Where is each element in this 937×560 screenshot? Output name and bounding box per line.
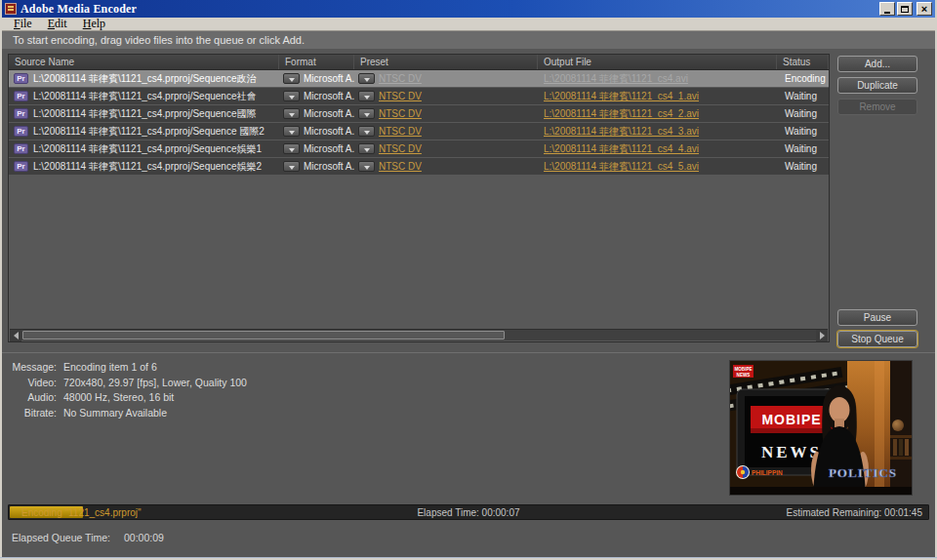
column-header-output-file[interactable]: Output File (538, 55, 777, 69)
window-border-left (0, 0, 2, 560)
status-value: Waiting (785, 143, 817, 154)
window-title: Adobe Media Encoder (20, 2, 137, 17)
premiere-file-icon: Pr (14, 73, 28, 84)
status-cell: Waiting (777, 105, 829, 122)
preset-dropdown[interactable] (358, 143, 375, 154)
output-file-link[interactable]: L:\20081114 菲律賓\1121_cs4_4.avi (544, 142, 699, 156)
format-dropdown[interactable] (283, 161, 300, 172)
pause-button[interactable]: Pause (837, 309, 917, 326)
encoding-details: Message: Encoding item 1 of 6 Video: 720… (10, 360, 429, 420)
output-file-link[interactable]: L:\20081114 菲律賓\1121_cs4_5.avi (544, 160, 699, 174)
preset-dropdown[interactable] (358, 73, 375, 84)
source-cell: Pr L:\20081114 菲律賓\1121_cs4.prproj/Seque… (9, 70, 279, 87)
preset-link[interactable]: NTSC DV (379, 126, 422, 137)
preset-dropdown[interactable] (358, 108, 375, 119)
preset-link[interactable]: NTSC DV (379, 91, 422, 101)
format-dropdown[interactable] (283, 108, 300, 119)
premiere-file-icon: Pr (14, 108, 28, 119)
preset-dropdown[interactable] (358, 91, 375, 101)
queue-row[interactable]: Pr L:\20081114 菲律賓\1121_cs4.prproj/Seque… (9, 70, 829, 87)
duplicate-button[interactable]: Duplicate (837, 77, 917, 94)
status-cell: Encoding (777, 70, 829, 87)
preset-link[interactable]: NTSC DV (379, 73, 422, 84)
video-label: Video: (10, 376, 57, 391)
output-file-link[interactable]: L:\20081114 菲律賓\1121_cs4_1.avi (544, 90, 699, 103)
queue-rows: Pr L:\20081114 菲律賓\1121_cs4.prproj/Seque… (9, 70, 829, 175)
format-dropdown[interactable] (283, 143, 300, 154)
status-cell: Waiting (777, 140, 829, 157)
queue-row[interactable]: Pr L:\20081114 菲律賓\1121_cs4.prproj/Seque… (9, 140, 829, 157)
channel-badge: MOBIPE NEWS (733, 365, 754, 378)
preset-dropdown[interactable] (358, 161, 375, 172)
format-value: Microsoft A... (304, 73, 354, 84)
format-dropdown[interactable] (283, 91, 300, 101)
premiere-file-icon: Pr (14, 161, 28, 172)
preset-cell: NTSC DV (354, 88, 538, 104)
stop-queue-button[interactable]: Stop Queue (837, 331, 917, 347)
column-header-format[interactable]: Format (279, 55, 354, 69)
queue-row[interactable]: Pr L:\20081114 菲律賓\1121_cs4.prproj/Seque… (9, 105, 829, 122)
output-cell: L:\20081114 菲律賓\1121_cs4.avi (538, 70, 777, 87)
column-header-status[interactable]: Status (777, 55, 829, 69)
preset-link[interactable]: NTSC DV (379, 161, 422, 172)
premiere-file-icon: Pr (14, 143, 28, 154)
elapsed-queue-time: Elapsed Queue Time:00:00:09 (12, 532, 164, 543)
output-file-link[interactable]: L:\20081114 菲律賓\1121_cs4.avi (544, 72, 688, 86)
status-value: Waiting (785, 108, 817, 119)
format-cell: Microsoft A... (279, 88, 354, 104)
menu-edit[interactable]: Edit (40, 17, 75, 31)
audio-label: Audio: (10, 390, 57, 406)
title-bar[interactable]: Adobe Media Encoder × (2, 0, 935, 18)
maximize-button[interactable] (897, 2, 913, 16)
scroll-right-icon (820, 332, 825, 340)
premiere-file-icon: Pr (14, 91, 28, 101)
source-cell: Pr L:\20081114 菲律賓\1121_cs4.prproj/Seque… (9, 123, 279, 140)
queue-row[interactable]: Pr L:\20081114 菲律賓\1121_cs4.prproj/Seque… (9, 88, 829, 104)
source-cell: Pr L:\20081114 菲律賓\1121_cs4.prproj/Seque… (9, 158, 279, 175)
menu-help[interactable]: Help (75, 17, 113, 31)
encoding-progress-bar: Encoding "1121_cs4.prproj" Elapsed Time:… (8, 504, 929, 520)
format-cell: Microsoft A... (279, 140, 354, 157)
remove-button: Remove (837, 99, 917, 115)
column-header-preset[interactable]: Preset (354, 55, 538, 69)
preset-link[interactable]: NTSC DV (379, 108, 422, 119)
status-value: Waiting (785, 161, 817, 172)
scrollbar-thumb[interactable] (22, 331, 505, 340)
queue-row[interactable]: Pr L:\20081114 菲律賓\1121_cs4.prproj/Seque… (9, 123, 829, 140)
elapsed-queue-time-label: Elapsed Queue Time: (12, 532, 110, 543)
horizontal-scrollbar[interactable] (10, 329, 828, 340)
minimize-button[interactable] (879, 2, 895, 16)
video-preview: MOBIPE NEWS MOBIPE NEWS (729, 360, 913, 496)
add-button[interactable]: Add... (837, 56, 917, 72)
globe-prop (892, 420, 904, 431)
source-path: L:\20081114 菲律賓\1121_cs4.prproj/Sequence… (33, 72, 256, 86)
badge-line1: MOBIPE (734, 367, 752, 372)
output-file-link[interactable]: L:\20081114 菲律賓\1121_cs4_3.avi (544, 125, 699, 139)
preset-cell: NTSC DV (354, 105, 538, 122)
badge-line2: NEWS (737, 373, 751, 378)
output-cell: L:\20081114 菲律賓\1121_cs4_4.avi (538, 140, 777, 157)
maximize-icon (901, 6, 909, 13)
status-value: Encoding (785, 73, 826, 84)
output-cell: L:\20081114 菲律賓\1121_cs4_5.avi (538, 158, 777, 175)
format-cell: Microsoft A... (279, 123, 354, 140)
scroll-left-button[interactable] (10, 330, 21, 341)
format-dropdown[interactable] (283, 73, 300, 84)
video-value: 720x480, 29.97 [fps], Lower, Quality 100 (63, 376, 247, 391)
column-header-source-name[interactable]: Source Name (9, 55, 279, 69)
tv-brand-text: MOBIPE (761, 412, 821, 427)
premiere-file-icon: Pr (14, 126, 28, 137)
preset-link[interactable]: NTSC DV (379, 143, 422, 154)
status-value: Waiting (785, 126, 817, 137)
preset-dropdown[interactable] (358, 126, 375, 137)
queue-row[interactable]: Pr L:\20081114 菲律賓\1121_cs4.prproj/Seque… (9, 158, 829, 175)
source-cell: Pr L:\20081114 菲律賓\1121_cs4.prproj/Seque… (9, 140, 279, 157)
menu-file[interactable]: File (6, 17, 40, 31)
scroll-right-button[interactable] (816, 330, 828, 341)
output-file-link[interactable]: L:\20081114 菲律賓\1121_cs4_2.avi (544, 107, 699, 121)
close-button[interactable]: × (917, 2, 932, 16)
preset-cell: NTSC DV (354, 158, 538, 175)
estimated-remaining-text: Estimated Remaining: 00:01:45 (786, 505, 922, 520)
format-dropdown[interactable] (283, 126, 300, 137)
minimize-icon (884, 12, 890, 14)
